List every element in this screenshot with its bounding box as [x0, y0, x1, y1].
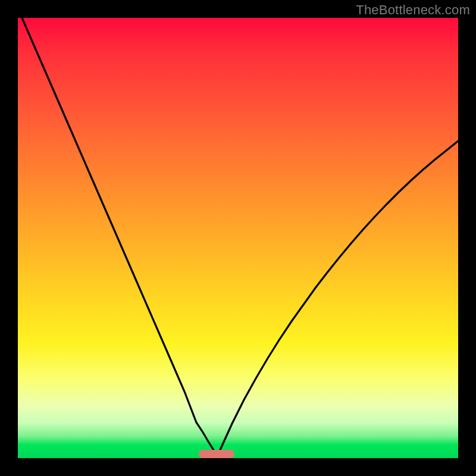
left-curve: [18, 18, 217, 458]
plot-area: [18, 18, 458, 458]
watermark-text: TheBottleneck.com: [356, 2, 470, 18]
right-curve: [217, 141, 458, 458]
chart-frame: TheBottleneck.com: [0, 0, 476, 476]
curve-overlay: [18, 18, 458, 458]
minimum-marker: [199, 450, 234, 458]
